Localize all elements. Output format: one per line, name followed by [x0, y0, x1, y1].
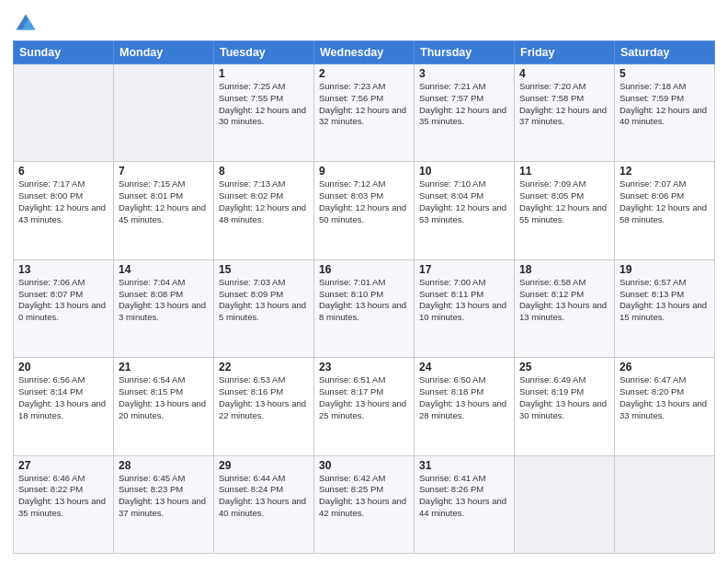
day-number: 8 — [219, 165, 309, 178]
day-cell: 23Sunrise: 6:51 AMSunset: 8:17 PMDayligh… — [314, 358, 415, 455]
day-cell: 1Sunrise: 7:25 AMSunset: 7:55 PMDaylight… — [214, 64, 314, 162]
week-row-2: 6Sunrise: 7:17 AMSunset: 8:00 PMDaylight… — [14, 162, 715, 259]
day-cell: 14Sunrise: 7:04 AMSunset: 8:08 PMDayligh… — [114, 259, 214, 357]
day-number: 4 — [519, 67, 609, 80]
day-info: Sunrise: 7:03 AMSunset: 8:09 PMDaylight:… — [219, 277, 309, 324]
calendar-table: SundayMondayTuesdayWednesdayThursdayFrid… — [13, 40, 715, 554]
day-cell: 26Sunrise: 6:47 AMSunset: 8:20 PMDayligh… — [615, 358, 715, 455]
day-info: Sunrise: 7:04 AMSunset: 8:08 PMDaylight:… — [119, 277, 209, 324]
day-info: Sunrise: 6:53 AMSunset: 8:16 PMDaylight:… — [219, 374, 309, 421]
day-info: Sunrise: 6:45 AMSunset: 8:23 PMDaylight:… — [119, 473, 209, 520]
day-cell: 29Sunrise: 6:44 AMSunset: 8:24 PMDayligh… — [214, 455, 314, 553]
day-number: 6 — [18, 165, 108, 178]
day-cell: 18Sunrise: 6:58 AMSunset: 8:12 PMDayligh… — [515, 259, 615, 357]
day-info: Sunrise: 6:42 AMSunset: 8:25 PMDaylight:… — [319, 473, 409, 520]
day-cell — [14, 64, 114, 162]
day-number: 26 — [620, 361, 710, 373]
day-number: 10 — [419, 165, 509, 178]
day-cell: 9Sunrise: 7:12 AMSunset: 8:03 PMDaylight… — [314, 162, 415, 259]
day-info: Sunrise: 6:47 AMSunset: 8:20 PMDaylight:… — [620, 374, 710, 421]
day-cell: 4Sunrise: 7:20 AMSunset: 7:58 PMDaylight… — [515, 64, 615, 162]
day-info: Sunrise: 7:23 AMSunset: 7:56 PMDaylight:… — [319, 81, 409, 128]
day-number: 2 — [319, 67, 409, 80]
header-friday: Friday — [515, 41, 615, 64]
day-cell: 8Sunrise: 7:13 AMSunset: 8:02 PMDaylight… — [214, 162, 314, 259]
day-number: 17 — [419, 263, 509, 276]
header-thursday: Thursday — [415, 41, 515, 64]
header-tuesday: Tuesday — [214, 41, 314, 64]
day-info: Sunrise: 7:06 AMSunset: 8:07 PMDaylight:… — [18, 277, 108, 324]
day-number: 15 — [219, 263, 309, 276]
day-cell: 17Sunrise: 7:00 AMSunset: 8:11 PMDayligh… — [415, 259, 515, 357]
day-cell: 30Sunrise: 6:42 AMSunset: 8:25 PMDayligh… — [314, 455, 415, 553]
day-info: Sunrise: 7:01 AMSunset: 8:10 PMDaylight:… — [319, 277, 409, 324]
day-cell: 5Sunrise: 7:18 AMSunset: 7:59 PMDaylight… — [615, 64, 715, 162]
day-number: 31 — [419, 459, 509, 472]
day-cell: 21Sunrise: 6:54 AMSunset: 8:15 PMDayligh… — [114, 358, 214, 455]
day-cell — [515, 455, 615, 553]
calendar-header-row: SundayMondayTuesdayWednesdayThursdayFrid… — [14, 41, 715, 64]
day-number: 20 — [18, 361, 108, 373]
day-info: Sunrise: 6:58 AMSunset: 8:12 PMDaylight:… — [519, 277, 609, 324]
day-info: Sunrise: 6:57 AMSunset: 8:13 PMDaylight:… — [620, 277, 710, 324]
day-number: 27 — [18, 459, 108, 472]
day-cell: 11Sunrise: 7:09 AMSunset: 8:05 PMDayligh… — [515, 162, 615, 259]
day-cell: 10Sunrise: 7:10 AMSunset: 8:04 PMDayligh… — [415, 162, 515, 259]
day-cell: 25Sunrise: 6:49 AMSunset: 8:19 PMDayligh… — [515, 358, 615, 455]
day-number: 16 — [319, 263, 409, 276]
header — [13, 9, 715, 35]
day-info: Sunrise: 6:46 AMSunset: 8:22 PMDaylight:… — [18, 473, 108, 520]
day-cell — [615, 455, 715, 553]
header-saturday: Saturday — [615, 41, 715, 64]
day-cell: 2Sunrise: 7:23 AMSunset: 7:56 PMDaylight… — [314, 64, 415, 162]
day-number: 12 — [620, 165, 710, 178]
day-cell: 7Sunrise: 7:15 AMSunset: 8:01 PMDaylight… — [114, 162, 214, 259]
day-cell: 19Sunrise: 6:57 AMSunset: 8:13 PMDayligh… — [615, 259, 715, 357]
day-info: Sunrise: 6:54 AMSunset: 8:15 PMDaylight:… — [119, 374, 209, 421]
day-number: 9 — [319, 165, 409, 178]
day-cell: 6Sunrise: 7:17 AMSunset: 8:00 PMDaylight… — [14, 162, 114, 259]
day-number: 1 — [219, 67, 309, 80]
header-wednesday: Wednesday — [314, 41, 415, 64]
day-cell — [114, 64, 214, 162]
day-cell: 28Sunrise: 6:45 AMSunset: 8:23 PMDayligh… — [114, 455, 214, 553]
day-info: Sunrise: 7:17 AMSunset: 8:00 PMDaylight:… — [18, 178, 108, 225]
day-cell: 24Sunrise: 6:50 AMSunset: 8:18 PMDayligh… — [415, 358, 515, 455]
header-sunday: Sunday — [14, 41, 114, 64]
day-number: 28 — [119, 459, 209, 472]
day-number: 19 — [620, 263, 710, 276]
day-info: Sunrise: 6:49 AMSunset: 8:19 PMDaylight:… — [519, 374, 609, 421]
day-number: 14 — [119, 263, 209, 276]
day-info: Sunrise: 6:50 AMSunset: 8:18 PMDaylight:… — [419, 374, 509, 421]
day-cell: 3Sunrise: 7:21 AMSunset: 7:57 PMDaylight… — [415, 64, 515, 162]
week-row-4: 20Sunrise: 6:56 AMSunset: 8:14 PMDayligh… — [14, 358, 715, 455]
day-info: Sunrise: 7:12 AMSunset: 8:03 PMDaylight:… — [319, 178, 409, 225]
logo — [13, 9, 40, 35]
header-monday: Monday — [114, 41, 214, 64]
day-number: 3 — [419, 67, 509, 80]
day-number: 5 — [620, 67, 710, 80]
day-info: Sunrise: 6:41 AMSunset: 8:26 PMDaylight:… — [419, 473, 509, 520]
day-info: Sunrise: 6:44 AMSunset: 8:24 PMDaylight:… — [219, 473, 309, 520]
day-number: 24 — [419, 361, 509, 373]
day-number: 7 — [119, 165, 209, 178]
page: SundayMondayTuesdayWednesdayThursdayFrid… — [0, 0, 728, 563]
day-cell: 22Sunrise: 6:53 AMSunset: 8:16 PMDayligh… — [214, 358, 314, 455]
day-info: Sunrise: 7:15 AMSunset: 8:01 PMDaylight:… — [119, 178, 209, 225]
day-cell: 31Sunrise: 6:41 AMSunset: 8:26 PMDayligh… — [415, 455, 515, 553]
day-info: Sunrise: 6:56 AMSunset: 8:14 PMDaylight:… — [18, 374, 108, 421]
day-number: 25 — [519, 361, 609, 373]
day-cell: 27Sunrise: 6:46 AMSunset: 8:22 PMDayligh… — [14, 455, 114, 553]
day-cell: 12Sunrise: 7:07 AMSunset: 8:06 PMDayligh… — [615, 162, 715, 259]
day-number: 22 — [219, 361, 309, 373]
day-number: 30 — [319, 459, 409, 472]
day-number: 21 — [119, 361, 209, 373]
day-cell: 15Sunrise: 7:03 AMSunset: 8:09 PMDayligh… — [214, 259, 314, 357]
day-cell: 13Sunrise: 7:06 AMSunset: 8:07 PMDayligh… — [14, 259, 114, 357]
day-info: Sunrise: 7:07 AMSunset: 8:06 PMDaylight:… — [620, 178, 710, 225]
day-info: Sunrise: 6:51 AMSunset: 8:17 PMDaylight:… — [319, 374, 409, 421]
day-cell: 16Sunrise: 7:01 AMSunset: 8:10 PMDayligh… — [314, 259, 415, 357]
day-info: Sunrise: 7:18 AMSunset: 7:59 PMDaylight:… — [620, 81, 710, 128]
week-row-5: 27Sunrise: 6:46 AMSunset: 8:22 PMDayligh… — [14, 455, 715, 553]
day-number: 11 — [519, 165, 609, 178]
